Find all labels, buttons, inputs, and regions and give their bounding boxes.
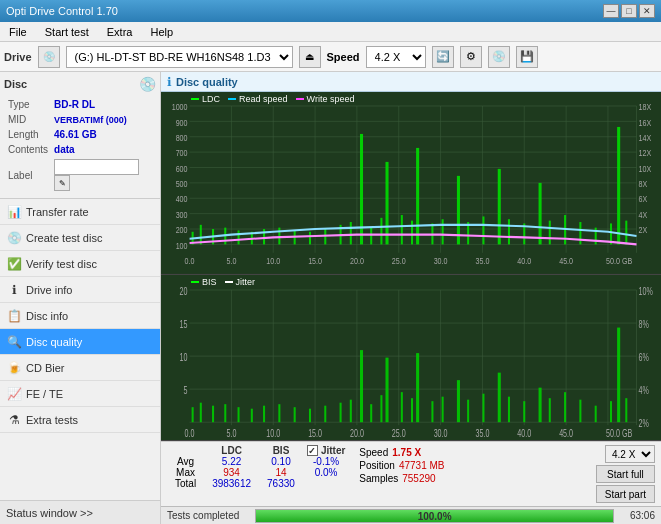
maximize-button[interactable]: □ (621, 4, 637, 18)
svg-rect-38 (539, 183, 542, 245)
disc-panel-icon: 💿 (139, 76, 156, 92)
stats-bar: LDC BIS ✓ Jitter Avg (161, 441, 661, 506)
sidebar: Disc 💿 Type BD-R DL MID VERBATIMf (000) … (0, 72, 161, 524)
svg-text:25.0: 25.0 (392, 255, 406, 266)
speed-select[interactable]: 4.2 X (366, 46, 426, 68)
avg-label: Avg (167, 456, 204, 467)
sidebar-item-transfer-rate[interactable]: 📊Transfer rate (0, 199, 160, 225)
svg-text:800: 800 (176, 132, 188, 143)
refresh-button[interactable]: 🔄 (432, 46, 454, 68)
max-label: Max (167, 467, 204, 478)
menu-extra[interactable]: Extra (102, 24, 138, 40)
sidebar-item-disc-quality[interactable]: 🔍Disc quality (0, 329, 160, 355)
svg-text:35.0: 35.0 (475, 428, 489, 440)
svg-rect-123 (411, 398, 413, 422)
mid-value: VERBATIMf (000) (52, 113, 154, 126)
save-button[interactable]: 💾 (516, 46, 538, 68)
svg-rect-106 (200, 402, 202, 422)
svg-rect-111 (263, 405, 265, 422)
svg-text:4%: 4% (639, 384, 649, 396)
disc-info-icon: 📋 (6, 308, 22, 324)
svg-rect-129 (482, 393, 484, 422)
svg-text:25.0: 25.0 (392, 428, 406, 440)
type-value: BD-R DL (52, 98, 154, 111)
sidebar-item-label-extra-tests: Extra tests (26, 414, 78, 426)
svg-text:300: 300 (176, 209, 188, 220)
start-full-button[interactable]: Start full (596, 465, 655, 483)
samples-label: Samples (359, 473, 398, 484)
svg-text:4X: 4X (639, 209, 648, 220)
disc-label-btn[interactable]: ✎ (54, 175, 70, 191)
svg-rect-122 (401, 392, 403, 422)
verify-test-disc-icon: ✅ (6, 256, 22, 272)
sidebar-item-verify-test-disc[interactable]: ✅Verify test disc (0, 251, 160, 277)
stats-table: LDC BIS ✓ Jitter Avg (167, 445, 349, 489)
svg-rect-131 (508, 396, 510, 422)
svg-text:500: 500 (176, 178, 188, 189)
sidebar-item-label-disc-quality: Disc quality (26, 336, 82, 348)
sidebar-item-fe-te[interactable]: 📈FE / TE (0, 381, 160, 407)
total-bis: 76330 (259, 478, 303, 489)
svg-rect-113 (294, 407, 296, 422)
svg-rect-28 (263, 229, 265, 244)
chart2-svg: 20 15 10 5 10% 8% 6% 4% 2% (161, 275, 661, 440)
menu-help[interactable]: Help (145, 24, 178, 40)
settings-button[interactable]: ⚙ (460, 46, 482, 68)
jitter-checkbox[interactable]: ✓ (307, 445, 318, 456)
menu-file[interactable]: File (4, 24, 32, 40)
svg-rect-116 (340, 402, 342, 422)
sidebar-item-drive-info[interactable]: ℹDrive info (0, 277, 160, 303)
svg-rect-130 (498, 372, 501, 422)
sidebar-item-create-test-disc[interactable]: 💿Create test disc (0, 225, 160, 251)
svg-rect-49 (508, 219, 510, 244)
disc-quality-title: Disc quality (176, 76, 238, 88)
svg-text:2X: 2X (639, 224, 648, 235)
sidebar-item-label-drive-info: Drive info (26, 284, 72, 296)
svg-rect-136 (579, 399, 581, 422)
start-part-button[interactable]: Start part (596, 485, 655, 503)
length-label: Length (6, 128, 50, 141)
svg-text:40.0: 40.0 (517, 428, 531, 440)
menu-start-test[interactable]: Start test (40, 24, 94, 40)
svg-rect-43 (401, 215, 403, 244)
speed-position-info: Speed 1.75 X Position 47731 MB Samples 7… (359, 447, 444, 484)
svg-text:40.0: 40.0 (517, 255, 531, 266)
quality-speed-dropdown[interactable]: 4.2 X (605, 445, 655, 463)
svg-rect-125 (431, 401, 433, 422)
sidebar-item-extra-tests[interactable]: ⚗Extra tests (0, 407, 160, 433)
drive-icon-btn[interactable]: 💿 (38, 46, 60, 68)
disc-quality-icon: ℹ (167, 75, 172, 89)
svg-rect-128 (467, 399, 469, 422)
sidebar-item-disc-info[interactable]: 📋Disc info (0, 303, 160, 329)
sidebar-item-label-cd-bier: CD Bier (26, 362, 65, 374)
disc-quality-icon: 🔍 (6, 334, 22, 350)
avg-ldc: 5.22 (204, 456, 259, 467)
svg-text:10.0: 10.0 (266, 255, 280, 266)
svg-rect-29 (278, 228, 280, 245)
svg-rect-121 (385, 357, 388, 422)
charts-area: LDC Read speed Write speed (161, 92, 661, 441)
close-button[interactable]: ✕ (639, 4, 655, 18)
status-window-button[interactable]: Status window >> (0, 500, 160, 524)
content-area: ℹ Disc quality LDC Read speed (161, 72, 661, 524)
sidebar-item-cd-bier[interactable]: 🍺CD Bier (0, 355, 160, 381)
svg-text:8X: 8X (639, 178, 648, 189)
svg-text:15.0: 15.0 (308, 255, 322, 266)
disc-button[interactable]: 💿 (488, 46, 510, 68)
svg-text:14X: 14X (639, 132, 652, 143)
position-value: 47731 MB (399, 460, 445, 471)
svg-text:700: 700 (176, 147, 188, 158)
svg-rect-53 (579, 222, 581, 244)
eject-button[interactable]: ⏏ (299, 46, 321, 68)
disc-label-input[interactable] (54, 159, 139, 175)
drive-label: Drive (4, 51, 32, 63)
drive-select[interactable]: (G:) HL-DT-ST BD-RE WH16NS48 1.D3 (66, 46, 293, 68)
progress-bar: 100.0% (255, 509, 614, 523)
svg-text:16X: 16X (639, 116, 652, 127)
minimize-button[interactable]: — (603, 4, 619, 18)
svg-rect-126 (442, 396, 444, 422)
status-text: Tests completed (167, 510, 239, 521)
disc-label-label: Label (6, 158, 50, 192)
disc-panel-title: Disc (4, 78, 27, 90)
samples-value: 755290 (402, 473, 435, 484)
